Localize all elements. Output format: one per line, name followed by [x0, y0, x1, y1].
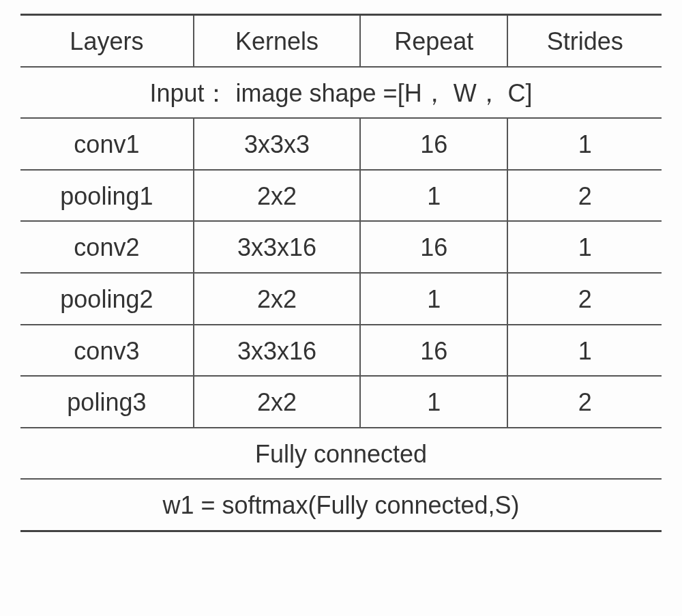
network-architecture-table: Layers Kernels Repeat Strides Input： ima… [20, 14, 662, 532]
cell-kernels: 3x3x3 [194, 118, 360, 170]
col-header-layers: Layers [20, 16, 194, 67]
cell-kernels: 3x3x16 [194, 325, 360, 377]
cell-kernels: 2x2 [194, 376, 360, 428]
cell-repeat: 1 [360, 273, 507, 325]
cell-strides: 2 [507, 273, 662, 325]
cell-repeat: 1 [360, 170, 507, 222]
cell-kernels: 2x2 [194, 170, 360, 222]
table-row: conv3 3x3x16 16 1 [20, 325, 662, 377]
table-row: poling3 2x2 1 2 [20, 376, 662, 428]
cell-layers: conv1 [20, 118, 194, 170]
col-header-repeat: Repeat [360, 16, 507, 67]
fully-connected-label: Fully connected [20, 428, 662, 480]
table-row: pooling1 2x2 1 2 [20, 170, 662, 222]
cell-repeat: 1 [360, 376, 507, 428]
table-header-row: Layers Kernels Repeat Strides [20, 16, 662, 67]
cell-kernels: 3x3x16 [194, 221, 360, 273]
input-row: Input： image shape =[H， W， C] [20, 67, 662, 119]
softmax-row: w1 = softmax(Fully connected,S) [20, 479, 662, 530]
cell-layers: conv2 [20, 221, 194, 273]
cell-kernels: 2x2 [194, 273, 360, 325]
cell-layers: pooling2 [20, 273, 194, 325]
cell-repeat: 16 [360, 118, 507, 170]
cell-strides: 2 [507, 376, 662, 428]
cell-repeat: 16 [360, 325, 507, 377]
cell-layers: conv3 [20, 325, 194, 377]
table-row: conv1 3x3x3 16 1 [20, 118, 662, 170]
table-row: conv2 3x3x16 16 1 [20, 221, 662, 273]
col-header-strides: Strides [507, 16, 662, 67]
fully-connected-row: Fully connected [20, 428, 662, 480]
cell-layers: pooling1 [20, 170, 194, 222]
table: Layers Kernels Repeat Strides Input： ima… [20, 16, 662, 530]
cell-strides: 1 [507, 221, 662, 273]
cell-repeat: 16 [360, 221, 507, 273]
table-row: pooling2 2x2 1 2 [20, 273, 662, 325]
softmax-formula: w1 = softmax(Fully connected,S) [20, 479, 662, 530]
col-header-kernels: Kernels [194, 16, 360, 67]
cell-layers: poling3 [20, 376, 194, 428]
cell-strides: 1 [507, 325, 662, 377]
input-spec: Input： image shape =[H， W， C] [20, 67, 662, 119]
cell-strides: 1 [507, 118, 662, 170]
cell-strides: 2 [507, 170, 662, 222]
